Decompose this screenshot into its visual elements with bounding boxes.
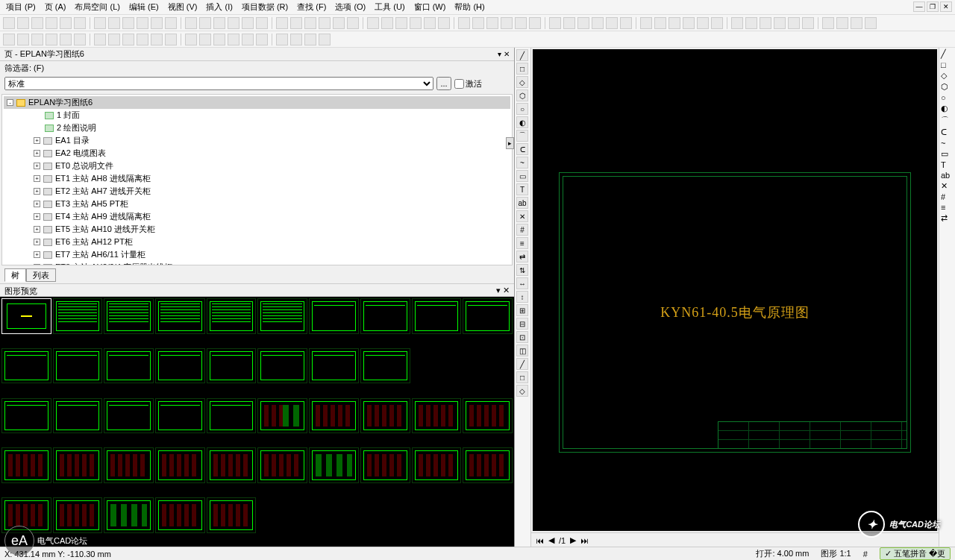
tool-icon[interactable]: ○ [516,103,528,115]
thumbnail[interactable] [309,497,359,533]
menu-project[interactable]: 项目 (P) [3,0,39,14]
thumbnail[interactable] [360,497,410,533]
tool-icon[interactable]: ▭ [516,170,528,182]
tool-icon[interactable]: ~ [941,139,954,148]
thumbnail[interactable] [207,497,257,533]
tool-icon[interactable]: ╱ [516,49,528,61]
toolbar-icon[interactable] [17,34,29,45]
toolbar-icon[interactable] [563,17,575,29]
thumbnail[interactable] [1,447,51,483]
tool-icon[interactable]: ⇅ [516,264,528,276]
toolbar-icon[interactable] [745,17,757,29]
pages-panel-close-icon[interactable]: ▾ ✕ [498,50,510,58]
toolbar-icon[interactable] [836,17,848,29]
tool-icon[interactable]: ᑕ [516,143,528,155]
toolbar-icon[interactable] [185,34,197,45]
tool-icon[interactable]: ✕ [941,181,954,191]
nav-prev-icon[interactable]: ◀ [547,535,556,545]
tool-icon[interactable]: ◇ [941,71,954,81]
toolbar-icon[interactable] [697,17,709,29]
expand-icon[interactable]: + [34,239,40,245]
tab-list[interactable]: 列表 [26,268,56,282]
toolbar-icon[interactable] [577,17,589,29]
toolbar-icon[interactable] [640,17,652,29]
toolbar-icon[interactable] [151,34,163,45]
toolbar-icon[interactable] [151,17,163,29]
toolbar-icon[interactable] [501,17,513,29]
thumbnail[interactable] [207,348,257,384]
thumbnail[interactable] [1,497,51,533]
expand-icon[interactable]: + [34,163,40,169]
toolbar-icon[interactable] [438,17,450,29]
toolbar-icon[interactable] [228,17,239,29]
minimize-button[interactable]: — [913,1,925,12]
thumbnail[interactable] [104,447,154,483]
toolbar-icon[interactable] [486,17,498,29]
thumbnail[interactable] [309,398,359,434]
menu-insert[interactable]: 插入 (I) [203,0,235,14]
restore-button[interactable]: ❐ [927,1,939,12]
thumbnail[interactable] [463,298,513,334]
toolbar-icon[interactable] [228,34,239,45]
thumbnail[interactable] [104,348,154,384]
tool-icon[interactable]: ⇄ [516,251,528,262]
thumbnail[interactable] [155,398,205,434]
close-button[interactable]: ✕ [940,1,952,12]
expand-icon[interactable]: + [34,150,40,157]
thumbnail[interactable] [309,298,359,334]
thumbnail[interactable] [309,348,359,384]
toolbar-icon[interactable] [865,17,877,29]
thumbnail[interactable] [104,497,154,533]
tree-item[interactable]: +ET8 主站 AH2/3/4 变压器出线柜 [4,261,510,265]
toolbar-icon[interactable] [472,17,484,29]
tool-icon[interactable]: □ [941,60,954,69]
tree-root[interactable]: - EPLAN学习图纸6 [4,96,510,109]
toolbar-icon[interactable] [3,34,15,45]
toolbar-icon[interactable] [108,17,120,29]
expand-icon[interactable]: + [34,175,40,182]
thumbnail[interactable] [463,348,513,384]
toolbar-icon[interactable] [774,17,786,29]
expand-icon[interactable]: + [34,188,40,195]
thumbnail[interactable] [412,348,462,384]
tool-icon[interactable]: ◇ [516,385,528,397]
toolbar-icon[interactable] [592,17,604,29]
tree-item[interactable]: +ET4 主站 AH9 进线隔离柜 [4,210,510,223]
thumbnail[interactable] [412,398,462,434]
thumbnail[interactable] [257,447,307,483]
tool-icon[interactable]: ⇄ [941,213,954,223]
tree-item[interactable]: +ET6 主站 AH12 PT柜 [4,236,510,248]
toolbar-icon[interactable] [822,17,834,29]
thumbnail[interactable] [463,497,513,533]
tool-icon[interactable]: T [516,183,528,195]
tool-icon[interactable]: ⬡ [516,89,528,101]
thumbnail[interactable] [53,447,103,483]
toolbar-icon[interactable] [410,17,422,29]
toolbar-icon[interactable] [242,17,254,29]
thumbnail[interactable] [207,447,257,483]
filter-browse-button[interactable]: ... [436,77,451,90]
tool-icon[interactable]: ╱ [941,49,954,59]
tool-icon[interactable]: ✕ [516,210,528,222]
tool-icon[interactable]: ↔ [516,277,528,289]
toolbar-icon[interactable] [304,17,316,29]
tool-icon[interactable]: ⊞ [516,304,528,316]
toolbar-icon[interactable] [424,17,436,29]
thumbnail[interactable] [155,447,205,483]
thumbnail[interactable] [1,398,51,434]
menu-find[interactable]: 查找 (F) [294,0,329,14]
thumbnail[interactable] [53,298,103,334]
expand-icon[interactable]: + [34,201,40,207]
tool-icon[interactable]: ⊟ [516,318,528,330]
tool-icon[interactable]: ~ [516,157,528,169]
toolbar-icon[interactable] [367,17,379,29]
menu-help[interactable]: 帮助 (H) [451,0,487,14]
thumbnail-grid[interactable] [0,297,514,547]
tool-icon[interactable]: ◫ [516,345,528,356]
menu-window[interactable]: 窗口 (W) [411,0,449,14]
tool-icon[interactable]: # [941,192,954,201]
menu-page[interactable]: 页 (A) [42,0,69,14]
toolbar-icon[interactable] [199,34,211,45]
tree-item[interactable]: +ET5 主站 AH10 进线开关柜 [4,223,510,236]
tool-icon[interactable]: ≡ [516,237,528,249]
